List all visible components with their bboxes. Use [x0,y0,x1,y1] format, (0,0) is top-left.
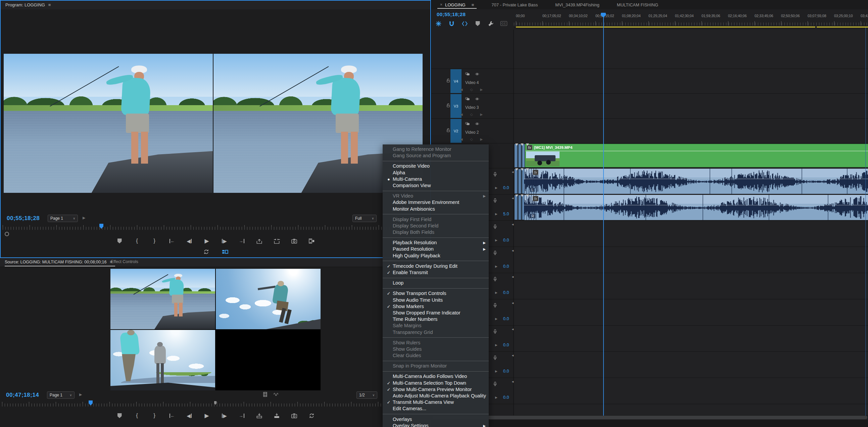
menu-item-show-dropped-frame-indicator[interactable]: Show Dropped Frame Indicator [383,310,489,316]
voiceover-record-icon[interactable] [493,171,497,179]
disclosure-triangle-icon[interactable]: ▶ [495,343,497,347]
menu-item-edit-cameras-[interactable]: Edit Cameras... [383,405,489,412]
disclosure-triangle-icon[interactable]: ▶ [495,291,497,294]
play-button[interactable]: ▶ [203,237,211,245]
overwrite-button[interactable] [272,411,281,420]
play-button[interactable]: ▶ [203,411,211,420]
audio-clip[interactable]: fxR [524,195,868,220]
menu-item-comparison-view[interactable]: Comparison View [383,182,489,189]
step-back-button[interactable]: ◀ [185,237,194,245]
timeline-tab-logging[interactable]: ×LOGGING≡ [431,0,483,9]
source-page-select[interactable]: Page 1∨ [47,391,74,399]
lock-icon[interactable] [446,103,451,109]
menu-item-loop[interactable]: Loop [383,280,489,286]
menu-item-alpha[interactable]: Alpha [383,170,489,176]
multicam-record-toggle[interactable] [202,248,211,256]
clip-fragments[interactable] [515,169,525,194]
menu-item-show-multi-camera-preview-monitor[interactable]: ✓Show Multi-Camera Preview Monitor [383,386,489,393]
multicam-view-toggle[interactable] [220,248,229,256]
audio-track-a1-content[interactable]: fxL [514,168,868,195]
voiceover-record-icon[interactable] [493,328,497,336]
go-to-in-button[interactable]: ← [167,237,176,245]
volume-rubber-band[interactable] [524,179,868,179]
mark-out-button[interactable]: } [150,411,159,420]
track-gain-value[interactable]: 0.0 [503,238,509,243]
menu-item-composite-video[interactable]: Composite Video [383,163,489,169]
panel-menu-icon[interactable]: ≡ [472,2,474,7]
timeline-timecode[interactable]: 00;55;18;28 [437,11,466,17]
audio-track-a3-content[interactable] [514,221,868,247]
track-gain-value[interactable]: 0.0 [503,395,509,400]
extract-button[interactable] [272,237,281,245]
menu-item-monitor-ambisonics[interactable]: Monitor Ambisonics [383,206,489,212]
menu-item-show-transport-controls[interactable]: ✓Show Transport Controls [383,290,489,297]
voiceover-record-icon[interactable] [493,276,497,284]
program-mini-timeline[interactable] [3,224,428,230]
audio-track-a5-content[interactable] [514,273,868,299]
audio-track-a9-content[interactable] [514,378,868,404]
timeline-tab-multicam-fishing[interactable]: MULTICAM FISHING [608,0,667,9]
clip-fragments[interactable] [515,144,525,167]
menu-item-multi-camera-audio-follows-video[interactable]: Multi-Camera Audio Follows Video [383,373,489,380]
multicam-camera-3[interactable] [111,330,215,390]
menu-item-show-audio-time-units[interactable]: Show Audio Time Units [383,297,489,303]
mark-out-button[interactable]: } [150,237,159,245]
track-gain-value[interactable]: 0.0 [503,290,509,295]
voiceover-record-icon[interactable] [493,381,497,388]
audio-track-a4-content[interactable] [514,247,868,273]
video-track-v1-content[interactable]: fx[MC1] MVI_3439.MP4 [514,143,868,168]
close-icon[interactable]: × [440,2,442,7]
menu-item-playback-resolution[interactable]: Playback Resolution▶ [383,239,489,246]
tab-source-monitor[interactable]: Source: LOGGING: MULTICAM FISHING: 00;08… [5,259,113,264]
timeline-horizontal-scrollbar[interactable] [432,416,867,419]
insert-button[interactable] [255,411,264,420]
step-forward-button[interactable]: ▶ [220,411,228,420]
timeline-tab-mvi-3439-mp4fishing[interactable]: MVI_3439.MP4Fishing [547,0,608,9]
voiceover-record-icon[interactable] [493,250,497,257]
audio-clip[interactable]: fxL [524,169,868,194]
track-gain-value[interactable]: 0.0 [503,264,509,269]
disclosure-triangle-icon[interactable]: ▶ [495,212,497,216]
menu-item-overlays[interactable]: Overlays [383,416,489,423]
go-to-in-button[interactable]: ← [167,411,176,420]
keyframe-nav[interactable]: ◀◇▶ [460,113,483,116]
add-marker-button[interactable] [115,237,124,245]
menu-item-multi-camera[interactable]: ●Multi-Camera [383,176,489,182]
menu-item-timecode-overlay-during-edit[interactable]: ✓Timecode Overlay During Edit [383,263,489,269]
captions-toggle[interactable]: CC [500,20,507,28]
program-timecode[interactable]: 00;55;18;28 [7,215,40,222]
audio-track-a7-content[interactable] [514,325,868,352]
disclosure-triangle-icon[interactable]: ▶ [495,370,497,373]
menu-item-high-quality-playback[interactable]: High Quality Playback [383,253,489,259]
add-marker-button[interactable] [115,411,124,420]
eye-icon[interactable] [475,96,479,103]
timeline-ruler[interactable]: 00;0000;17;05;0200;34;10;0200;51;15;0201… [514,13,868,28]
program-playhead[interactable] [99,224,103,229]
menu-item-show-markers[interactable]: ✓Show Markers [383,303,489,310]
voiceover-record-icon[interactable] [493,197,497,205]
mark-in-button[interactable]: { [132,237,141,245]
menu-item-enable-transmit[interactable]: ✓Enable Transmit [383,269,489,276]
drag-audio-only-icon[interactable] [273,392,279,398]
lift-button[interactable] [255,237,264,245]
disclosure-triangle-icon[interactable]: ▶ [495,265,497,268]
go-to-out-button[interactable]: → [237,411,246,420]
menu-item-auto-adjust-multi-camera-playback-quality[interactable]: Auto-Adjust Multi-Camera Playback Qualit… [383,393,489,399]
export-frame-button[interactable] [290,411,299,420]
voiceover-record-icon[interactable] [493,223,497,231]
track-gain-value[interactable]: 5.0 [503,212,509,216]
linked-selection-toggle[interactable] [461,20,468,28]
track-name[interactable]: Video 2 [465,130,478,135]
source-marker[interactable] [214,401,217,405]
sync-lock-icon[interactable] [465,72,470,78]
voiceover-record-icon[interactable] [493,354,497,362]
menu-item-time-ruler-numbers[interactable]: Time Ruler Numbers [383,316,489,322]
source-playhead[interactable] [89,400,93,405]
multicam-camera-4[interactable] [216,330,320,390]
sync-lock-icon[interactable] [465,121,470,127]
comparison-view-button[interactable] [307,237,316,245]
track-gain-value[interactable]: 0.0 [503,343,509,347]
source-mini-timeline[interactable] [2,400,429,407]
multicam-camera-1[interactable] [111,269,215,329]
keyframe-nav[interactable]: ◀◇▶ [460,137,483,141]
